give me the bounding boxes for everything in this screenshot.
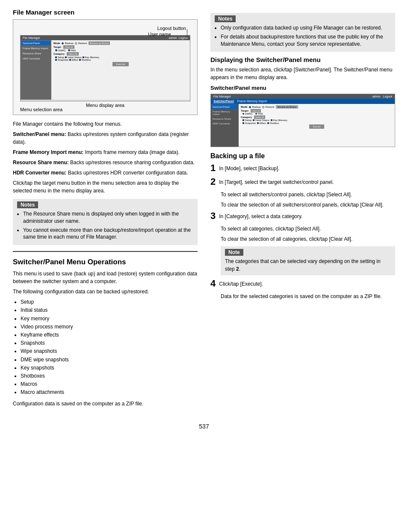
step-3-text: In [Category], select a data category. — [210, 211, 395, 220]
mini-sidebar2-item-1: Switcher/Panel — [212, 105, 238, 109]
item-initial-status: Initial status — [21, 306, 198, 314]
step-3-note-box: Note The categories that can be selected… — [221, 246, 395, 275]
step-2-number: 2 — [210, 177, 216, 186]
logout-button-annotation: Logout button — [157, 26, 186, 31]
item-key-memory: Key memory — [21, 315, 198, 323]
mini-category-row: Category Select All — [53, 53, 188, 55]
step-1-number: 1 — [210, 163, 216, 173]
mini-sidebar: Switcher/Panel Frame Memory Import Resou… — [21, 40, 51, 100]
left-column: File Manager screen File Manager admin L… — [13, 9, 198, 410]
step-1-text: In [Mode], select [Backup]. — [210, 163, 395, 172]
step-4-detail: Data for the selected categories is save… — [221, 293, 395, 300]
right-notes-box: Notes Only configuration data backed up … — [210, 13, 395, 52]
mini-mode-row: Mode Backup Restore filename.zip Browse — [53, 41, 188, 45]
file-manager-description: File Manager contains the following four… — [13, 120, 198, 128]
frame-memory-menu-desc: Frame Memory Import menu: Imports frame … — [13, 148, 198, 156]
item-shotboxes: Shotboxes — [21, 372, 198, 380]
hdr-converter-term: HDR Converter menu: — [13, 170, 66, 176]
step-4-text: Click/tap [Execute]. — [210, 279, 395, 288]
switcher-panel-ops-intro: This menu is used to save (back up) and … — [13, 270, 198, 285]
zip-note: Configuration data is saved on the compu… — [13, 400, 198, 408]
mini-ui2-header: File Manager admin Logout — [211, 94, 395, 99]
mini-sidebar-item-1: Switcher/Panel — [21, 41, 50, 45]
mini-body: Switcher/Panel Frame Memory Import Resou… — [211, 104, 395, 147]
step-1-container: 1 In [Mode], select [Backup]. — [210, 163, 395, 173]
mini-header-auth: admin Logout — [169, 36, 188, 39]
mini-content: Mode Backup Restore filename.zip Browse … — [51, 40, 190, 100]
mini-sidebar-item-3: Resource Share — [21, 51, 50, 56]
mini-tab-frame: Frame Memory Import — [237, 100, 267, 103]
step-4-number: 4 — [210, 279, 216, 288]
item-snapshots: Snapshots — [21, 339, 198, 347]
item-macro-attachments: Macro attachments — [21, 388, 198, 396]
mini-nav-tabs: SwitcherPanel Frame Memory Import — [211, 99, 395, 104]
file-manager-notes-list: The Resource Share menu is displayed onl… — [17, 210, 193, 241]
user-name-annotation: User name — [148, 32, 171, 37]
displaying-switcher-text: In the menu selection area, click/tap [S… — [210, 66, 395, 81]
mini-target-row: Target Clear All — [53, 46, 188, 48]
step-2-detail-1: To select all switchers/control panels, … — [221, 191, 395, 209]
switcher-panel-term: Switcher/Panel menu: — [13, 131, 66, 137]
item-key-snapshots: Key snapshots — [21, 364, 198, 372]
backing-up-title: Backing up a file — [210, 152, 395, 160]
switcher-panel-ops-title: Switcher/Panel Menu Operations — [13, 258, 198, 266]
file-manager-notes-box: Notes The Resource Share menu is display… — [13, 199, 198, 245]
right-note-2: For details about backup/restore functio… — [221, 33, 391, 48]
mini-sidebar2-item-3: Resource Share — [212, 117, 238, 121]
notes-item-1: The Resource Share menu is displayed onl… — [23, 210, 193, 225]
right-column: Notes Only configuration data backed up … — [210, 9, 395, 410]
item-macros: Macros — [21, 380, 198, 388]
mini-header-title: File Manager — [23, 36, 40, 39]
item-setup: Setup — [21, 298, 198, 306]
item-wipe-snapshots: Wipe snapshots — [21, 347, 198, 355]
screen-box: File Manager admin Logout Switcher/Panel… — [13, 19, 198, 115]
mini-sidebar2-item-2: Frame Memory Import — [212, 109, 238, 116]
switcher-panel-menu-desc: Switcher/Panel menu: Backs up/restores s… — [13, 130, 198, 146]
file-manager-screen-title: File Manager screen — [13, 9, 198, 16]
right-notes-list: Only configuration data backed up using … — [215, 24, 391, 47]
switcher-panel-menu-mockup: File Manager admin Logout SwitcherPanel … — [210, 94, 395, 147]
hdr-converter-desc: Backs up/restores HDR converter configur… — [68, 170, 188, 176]
note-header: Note — [225, 249, 243, 256]
step-2-text: In [Target], select the target switcher/… — [210, 177, 395, 186]
note-text: The categories that can be selected vary… — [225, 257, 391, 273]
mini-sidebar2-item-4: HDR Converter — [212, 121, 238, 126]
mini-sidebar-item-2: Frame Memory Import — [21, 46, 50, 50]
menu-display-area-annotation: Menu display area — [86, 103, 124, 108]
click-instruction: Click/tap the target menu button in the … — [13, 179, 198, 195]
resource-share-menu-desc: Resource Share menu: Backs up/restores r… — [13, 159, 198, 166]
resource-share-term: Resource Share menu: — [13, 160, 69, 166]
frame-memory-term: Frame Memory Import menu: — [13, 149, 83, 155]
menu-selection-area-annotation: Menu selection area — [20, 107, 62, 112]
displaying-switcher-title: Displaying the Switcher/Panel menu — [210, 56, 395, 63]
item-dme-wipe: DME wipe snapshots — [21, 356, 198, 364]
step-4-container: 4 Click/tap [Execute]. — [210, 279, 395, 288]
notes-header: Notes — [17, 201, 38, 208]
backed-up-items: Setup Initial status Key memory Video pr… — [13, 298, 198, 396]
mini-sidebar-item-4: HDR Converter — [21, 56, 50, 61]
mini-content2: Mode Backup Restore filename.zip Browse … — [239, 104, 395, 147]
right-notes-header: Notes — [215, 15, 236, 22]
step-3-number: 3 — [210, 211, 216, 221]
notes-item-2: You cannot execute more than one backup/… — [23, 227, 193, 241]
frame-memory-desc: Imports frame memory data (image data). — [85, 149, 180, 155]
step-2-container: 2 In [Target], select the target switche… — [210, 177, 395, 186]
item-keyframe: Keyframe effects — [21, 331, 198, 339]
hdr-converter-menu-desc: HDR Converter menu: Backs up/restores HD… — [13, 169, 198, 177]
mini-sidebar2: Switcher/Panel Frame Memory Import Resou… — [211, 104, 239, 147]
right-note-1: Only configuration data backed up using … — [221, 24, 391, 32]
step-3-container: 3 In [Category], select a data category. — [210, 211, 395, 221]
page-number: 537 — [0, 419, 408, 438]
step-3-detail: To select all categories, click/tap [Sel… — [221, 225, 395, 243]
backed-up-text: The following configuration data can be … — [13, 288, 198, 296]
section-divider — [13, 251, 198, 252]
item-video-process: Video process memory — [21, 323, 198, 331]
switcher-panel-menu-subtitle: Switcher/Panel menu — [210, 85, 395, 91]
mini-tab-switcher: SwitcherPanel — [213, 100, 234, 103]
resource-share-desc: Backs up/restores resource sharing confi… — [70, 160, 195, 166]
